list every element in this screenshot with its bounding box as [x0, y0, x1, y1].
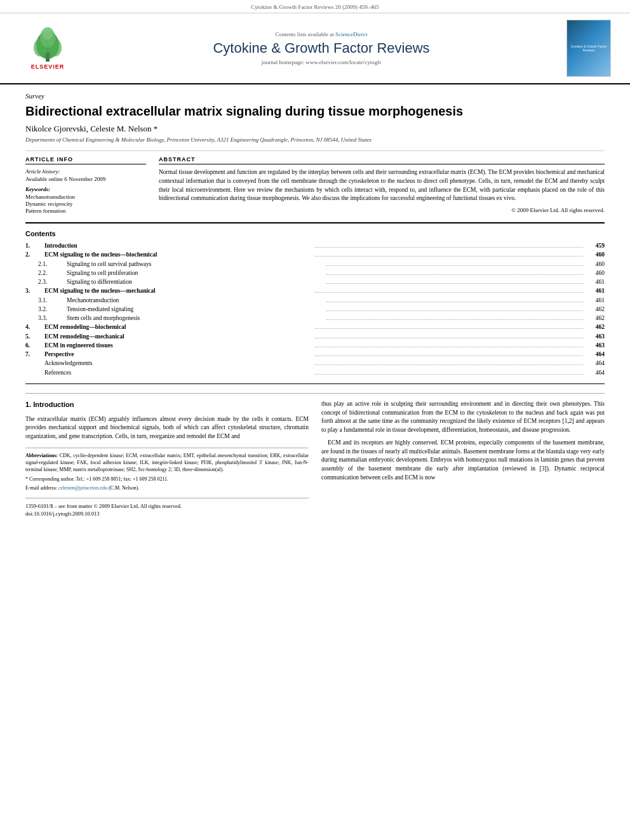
toc-row: 3.1.Mechanotransduction461	[25, 296, 605, 305]
toc-page: 462	[586, 323, 605, 331]
svg-point-5	[43, 27, 53, 40]
section1-para1: The extracellular matrix (ECM) arguably …	[25, 415, 309, 441]
toc-row: 5.ECM remodeling—mechanical463	[25, 332, 605, 341]
section-divider	[25, 393, 605, 394]
toc-dots	[315, 323, 583, 329]
toc-num	[25, 368, 44, 377]
toc-dots	[326, 305, 584, 311]
toc-row: 3.3.Stem cells and morphogenesis462	[25, 314, 605, 323]
toc-dots	[315, 250, 583, 257]
toc-label: ECM remodeling—mechanical	[44, 332, 312, 341]
toc-row: 3.ECM signaling to the nucleus—mechanica…	[25, 286, 605, 295]
toc-page: 462	[586, 305, 605, 314]
toc-page: 460	[586, 250, 605, 259]
toc-label: ECM signaling to the nucleus—mechanical	[44, 286, 312, 295]
toc-label: Perspective	[44, 350, 312, 359]
toc-dots	[315, 332, 583, 338]
toc-label: Signaling to cell survival pathways	[67, 260, 324, 269]
toc-row: 1.Introduction459	[25, 241, 605, 250]
toc-dots	[326, 314, 584, 320]
toc-num: 6.	[25, 341, 44, 350]
journal-center: Contents lists available at ScienceDirec…	[76, 31, 566, 65]
toc-label: Signaling to differentiation	[67, 277, 324, 286]
toc-dots	[326, 269, 584, 275]
elsevier-label: ELSEVIER	[31, 63, 65, 70]
journal-header: ELSEVIER Contents lists available at Sci…	[0, 13, 630, 84]
article-info-abstract: ARTICLE INFO Article history: Available …	[25, 156, 605, 215]
toc-page: 464	[586, 350, 605, 359]
toc-row: 4.ECM remodeling—biochemical462	[25, 323, 605, 331]
toc-page: 464	[586, 368, 605, 377]
journal-meta-line: Cytokine & Growth Factor Reviews 20 (200…	[251, 4, 379, 10]
keyword-3: Pattern formation	[25, 208, 146, 214]
toc-row: 2.2.Signaling to cell proliferation460	[25, 269, 605, 277]
keywords-label: Keywords:	[25, 186, 146, 192]
toc-page: 464	[586, 359, 605, 368]
toc-num	[25, 359, 44, 368]
toc-label: ECM remodeling—biochemical	[44, 323, 312, 331]
toc-row: 2.3.Signaling to differentiation461	[25, 277, 605, 286]
toc-row: Acknowledgements464	[25, 359, 605, 368]
elsevier-logo: ELSEVIER	[19, 27, 76, 70]
toc-num: 1.	[25, 241, 44, 250]
toc-page: 459	[586, 241, 605, 250]
toc-page: 463	[586, 332, 605, 341]
toc-row: 7.Perspective464	[25, 350, 605, 359]
toc-dots	[326, 296, 584, 302]
footnote-abbreviations: Abbreviations: CDK, cyclin-dependent kin…	[25, 452, 309, 474]
toc-dots	[326, 277, 584, 284]
top-meta: Cytokine & Growth Factor Reviews 20 (200…	[0, 0, 630, 13]
body-col-right: thus play an active role in sculpting th…	[321, 400, 605, 518]
toc-dots	[315, 286, 583, 293]
toc-page: 460	[586, 269, 605, 277]
toc-dots	[315, 368, 583, 375]
article-info-column: ARTICLE INFO Article history: Available …	[25, 156, 146, 215]
toc-dots	[315, 241, 583, 248]
footnote-email: E-mail address: celesten@princeton.edu (…	[25, 484, 309, 491]
toc-num: 3.3.	[38, 314, 67, 323]
toc-label: ECM signaling to the nucleus—biochemical	[44, 250, 312, 259]
toc-num: 2.1.	[38, 260, 67, 269]
journal-cover-image: Cytokine & Growth Factor Reviews	[566, 20, 611, 77]
toc-num: 7.	[25, 350, 44, 359]
toc-label: ECM in engineered tissues	[44, 341, 312, 350]
sciencedirect-link[interactable]: ScienceDirect	[335, 31, 367, 37]
history-label: Article history:	[25, 168, 146, 175]
abstract-section: ABSTRACT Normal tissue development and f…	[159, 156, 605, 215]
journal-homepage: journal homepage: www.elsevier.com/locat…	[76, 59, 566, 65]
toc-num: 2.3.	[38, 277, 67, 286]
keyword-2: Dynamic reciprocity	[25, 201, 146, 207]
sciencedirect-line: Contents lists available at ScienceDirec…	[76, 31, 566, 37]
article-type: Survey	[25, 92, 605, 100]
toc-page: 461	[586, 286, 605, 295]
abstract-copyright: © 2009 Elsevier Ltd. All rights reserved…	[159, 207, 605, 213]
toc-num: 3.1.	[38, 296, 67, 305]
abstract-text: Normal tissue development and function a…	[159, 168, 605, 203]
header-divider	[25, 150, 605, 151]
article-info-title: ARTICLE INFO	[25, 156, 146, 164]
toc-page: 461	[586, 277, 605, 286]
section1-para3: ECM and its receptors are highly conserv…	[321, 439, 605, 483]
toc-dots	[315, 341, 583, 347]
article-affiliation: Departments of Chemical Engineering & Mo…	[25, 137, 605, 143]
toc-num: 2.2.	[38, 269, 67, 277]
toc-label: Acknowledgements	[44, 359, 312, 368]
toc-label: Introduction	[44, 241, 312, 250]
article-body: Survey Bidirectional extracellular matri…	[0, 84, 630, 526]
history-value: Available online 6 November 2009	[25, 176, 146, 182]
toc-container: 1.Introduction4592.ECM signaling to the …	[25, 241, 605, 377]
toc-page: 462	[586, 314, 605, 323]
two-col-body: 1. Introduction The extracellular matrix…	[25, 400, 605, 518]
toc-num: 5.	[25, 332, 44, 341]
toc-row: References464	[25, 368, 605, 377]
toc-label: Mechanotransduction	[67, 296, 324, 305]
toc-num: 4.	[25, 323, 44, 331]
toc-num: 3.2.	[38, 305, 67, 314]
toc-row: 2.1.Signaling to cell survival pathways4…	[25, 260, 605, 269]
page-wrapper: Cytokine & Growth Factor Reviews 20 (200…	[0, 0, 630, 526]
toc-page: 460	[586, 260, 605, 269]
toc-label: Stem cells and morphogenesis	[67, 314, 324, 323]
toc-num: 2.	[25, 250, 44, 259]
article-main-title: Bidirectional extracellular matrix signa…	[25, 103, 605, 119]
toc-num: 3.	[25, 286, 44, 295]
